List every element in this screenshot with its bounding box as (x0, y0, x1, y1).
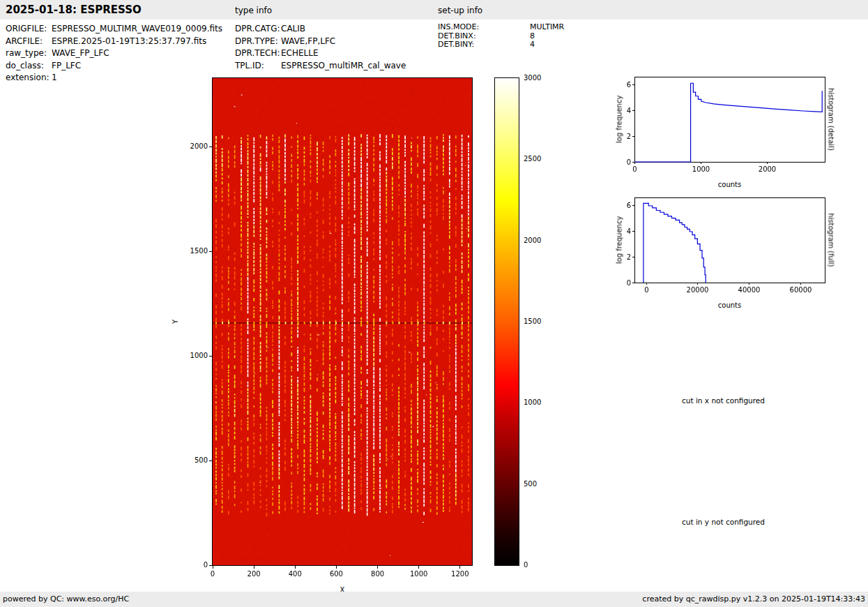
x-tick (254, 566, 254, 569)
y-tick-label: 1500 (180, 247, 208, 255)
meta-label: DPR.TYPE: (235, 36, 281, 48)
meta-label: ORIGFILE: (6, 23, 52, 36)
hist-full-ylabel: log frequency (616, 216, 623, 264)
cut-x-message: cut in x not configured (614, 396, 833, 405)
meta-value: CALIB (281, 23, 305, 36)
setup-info-heading: set-up info (438, 6, 482, 15)
meta-row-arcfile: ARCFILE: ESPRE.2025-01-19T13:25:37.797.f… (6, 36, 222, 48)
meta-row-dpr-tech: DPR.TECH: ECHELLE (235, 47, 406, 60)
meta-label: raw_type: (6, 47, 52, 60)
colorbar-tick-label: 2000 (524, 237, 551, 244)
y-tick (209, 565, 212, 566)
meta-label: TPL.ID: (235, 60, 281, 73)
type-info-heading: type info (235, 6, 272, 15)
x-tick (336, 566, 337, 569)
x-tick (418, 566, 419, 569)
y-tick-label: 0 (180, 561, 208, 569)
meta-value: MULTIMR (530, 23, 564, 32)
y-axis-title: Y (172, 320, 179, 324)
meta-value: FP_LFC (52, 60, 81, 73)
file-info-block: ORIGFILE: ESPRESSO_MULTIMR_WAVE019_0009.… (6, 23, 222, 84)
x-tick (295, 566, 296, 569)
y-tick (209, 147, 212, 147)
hist-full-right-label: histogram (full) (828, 213, 835, 267)
histogram-detail-plot (614, 75, 833, 177)
meta-value: ECHELLE (281, 47, 319, 60)
meta-value: WAVE,FP,LFC (281, 36, 335, 48)
cut-y-message: cut in y not configured (614, 518, 833, 526)
meta-value: 1 (52, 72, 57, 84)
meta-label: extension: (6, 72, 52, 84)
hist-detail-ylabel: log frequency (616, 96, 623, 144)
meta-row-raw-type: raw_type: WAVE_FP_LFC (6, 47, 222, 60)
x-tick (377, 566, 378, 569)
colorbar-tick-label: 1500 (524, 317, 551, 325)
meta-row-origfile: ORIGFILE: ESPRESSO_MULTIMR_WAVE019_0009.… (6, 23, 222, 36)
qc-report-page: 2025-01-18: ESPRESSO type info set-up in… (0, 0, 868, 607)
meta-label: do_class: (6, 60, 52, 73)
y-tick (209, 251, 212, 252)
meta-value: ESPRE.2025-01-19T13:25:37.797.fits (52, 36, 206, 48)
meta-row-dpr-catg: DPR.CATG: CALIB (235, 23, 406, 36)
raw-image-heatmap (212, 77, 473, 566)
histogram-full-plot (614, 196, 833, 297)
y-tick-label: 500 (180, 456, 208, 464)
meta-label: INS.MODE: (438, 23, 530, 32)
y-tick-label: 2000 (180, 142, 208, 150)
meta-label: DPR.CATG: (235, 23, 281, 36)
hist-full-xlabel: counts (634, 301, 825, 309)
x-tick-label: 600 (322, 570, 350, 578)
x-tick (459, 566, 460, 569)
meta-label: DPR.TECH: (235, 47, 281, 60)
meta-row-do-class: do_class: FP_LFC (6, 60, 222, 73)
hist-detail-right-label: histogram (detail) (828, 88, 835, 151)
colorbar-tick-label: 3000 (524, 74, 551, 82)
meta-value: ESPRESSO_MULTIMR_WAVE019_0009.fits (52, 23, 222, 36)
hist-detail-xlabel: counts (634, 181, 825, 188)
meta-value: WAVE_FP_LFC (52, 47, 109, 60)
meta-row-tpl-id: TPL.ID: ESPRESSO_multiMR_cal_wave (235, 60, 406, 73)
page-title: 2025-01-18: ESPRESSO (6, 3, 142, 16)
x-tick-label: 400 (281, 570, 309, 578)
setup-info-block: INS.MODE: MULTIMR DET.BINX: 8 DET.BINY: … (438, 23, 564, 50)
x-tick-label: 0 (199, 570, 227, 578)
x-tick (213, 566, 213, 569)
meta-row-ins-mode: INS.MODE: MULTIMR (438, 23, 564, 32)
meta-value: ESPRESSO_multiMR_cal_wave (281, 60, 406, 73)
meta-row-det-biny: DET.BINY: 4 (438, 40, 564, 50)
footer-created-by: created by qc_rawdisp.py v1.2.3 on 2025-… (642, 594, 865, 604)
x-tick-label: 1200 (446, 570, 474, 578)
meta-value: 4 (530, 40, 535, 50)
x-tick-label: 1000 (405, 570, 433, 578)
colorbar (494, 77, 519, 566)
colorbar-tick-label: 1000 (524, 398, 551, 406)
colorbar-tick-label: 2500 (524, 155, 551, 163)
x-tick-label: 800 (364, 570, 392, 578)
x-tick-label: 200 (240, 570, 268, 578)
y-tick (209, 356, 212, 357)
meta-row-dpr-type: DPR.TYPE: WAVE,FP,LFC (235, 36, 406, 48)
meta-label: DET.BINY: (438, 40, 530, 50)
footer-powered-by: powered by QC: www.eso.org/HC (3, 594, 129, 604)
type-info-block: DPR.CATG: CALIB DPR.TYPE: WAVE,FP,LFC DP… (235, 23, 406, 72)
colorbar-tick-label: 0 (524, 561, 551, 569)
meta-label: ARCFILE: (6, 36, 52, 48)
colorbar-tick-label: 500 (524, 480, 551, 488)
y-tick-label: 1000 (180, 352, 208, 359)
y-tick (209, 460, 212, 461)
meta-row-extension: extension: 1 (6, 72, 222, 84)
